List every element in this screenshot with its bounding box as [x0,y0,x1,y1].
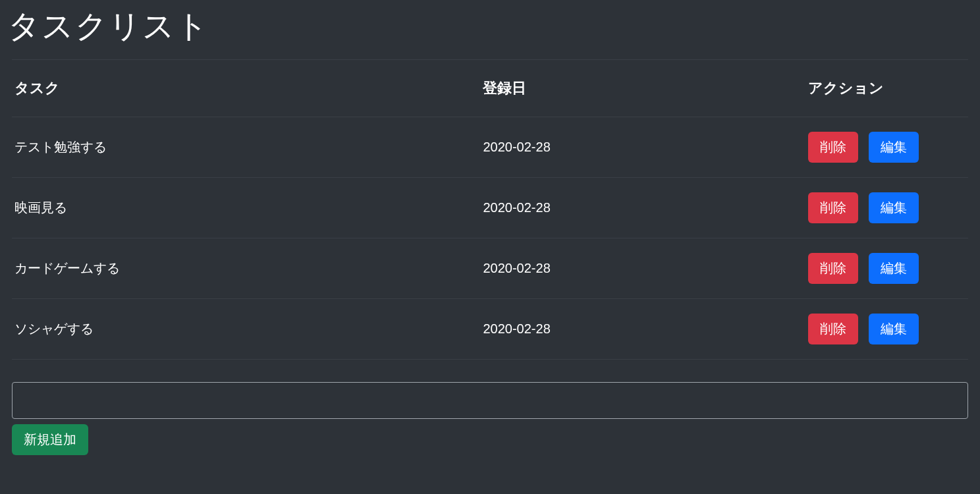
table-row: カードゲームする 2020-02-28 削除 編集 [12,238,968,299]
task-name-cell: 映画見る [12,178,480,238]
column-header-date: 登録日 [480,60,805,117]
task-name-cell: カードゲームする [12,238,480,299]
table-row: テスト勉強する 2020-02-28 削除 編集 [12,117,968,178]
task-date-cell: 2020-02-28 [480,299,805,360]
add-task-button[interactable]: 新規追加 [12,424,88,455]
task-name-cell: テスト勉強する [12,117,480,178]
task-actions-cell: 削除 編集 [805,117,968,178]
column-header-task: タスク [12,60,480,117]
column-header-action: アクション [805,60,968,117]
task-actions-cell: 削除 編集 [805,299,968,360]
task-date-cell: 2020-02-28 [480,117,805,178]
edit-button[interactable]: 編集 [869,253,919,284]
task-name-cell: ソシャゲする [12,299,480,360]
delete-button[interactable]: 削除 [808,192,858,223]
edit-button[interactable]: 編集 [869,314,919,344]
task-actions-cell: 削除 編集 [805,238,968,299]
task-date-cell: 2020-02-28 [480,178,805,238]
page-title: タスクリスト [8,5,968,47]
edit-button[interactable]: 編集 [869,132,919,163]
task-actions-cell: 削除 編集 [805,178,968,238]
task-table: タスク 登録日 アクション テスト勉強する 2020-02-28 削除 編集 映… [12,59,968,360]
edit-button[interactable]: 編集 [869,192,919,223]
new-task-input[interactable] [12,382,968,419]
delete-button[interactable]: 削除 [808,253,858,284]
table-row: 映画見る 2020-02-28 削除 編集 [12,178,968,238]
table-row: ソシャゲする 2020-02-28 削除 編集 [12,299,968,360]
delete-button[interactable]: 削除 [808,314,858,344]
delete-button[interactable]: 削除 [808,132,858,163]
task-date-cell: 2020-02-28 [480,238,805,299]
